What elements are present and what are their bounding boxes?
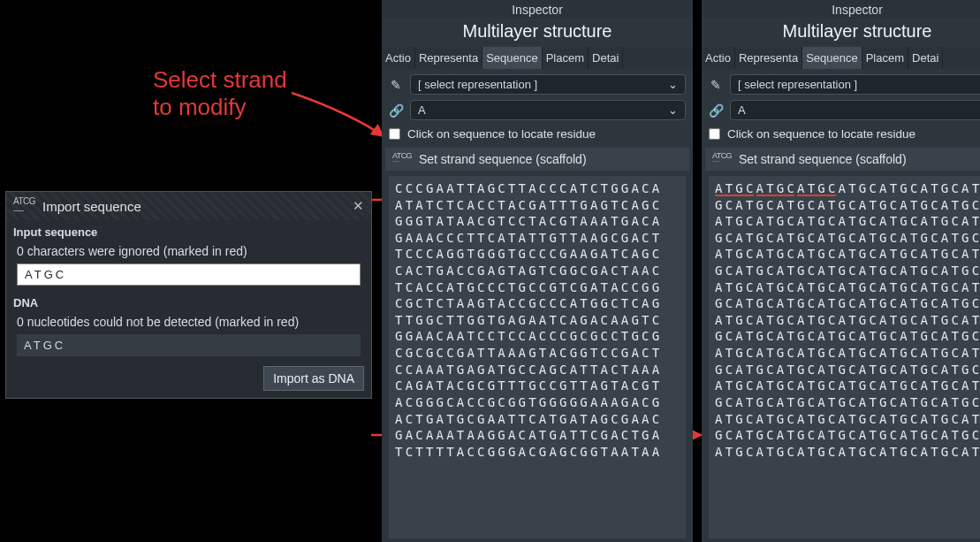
import-as-dna-button[interactable]: Import as DNA xyxy=(263,366,364,391)
undetected-message: 0 nucleotides could not be detected (mar… xyxy=(17,315,361,329)
tab-representation[interactable]: Representa xyxy=(415,47,482,69)
sequence-display[interactable]: ATGCATGCATGCATGCATGCATGCATGCATGCATGCATGC… xyxy=(709,176,980,538)
ignored-message: 0 characters were ignored (marked in red… xyxy=(17,244,361,258)
tab-placement[interactable]: Placem xyxy=(862,47,908,69)
panel-label: Inspector xyxy=(702,0,980,18)
import-sequence-dialog: ATCG╌╌ Import sequence ✕ Input sequence … xyxy=(5,191,372,399)
panel-heading: Multilayer structure xyxy=(382,18,693,47)
atcg-icon: ATCG╌╌ xyxy=(712,153,732,165)
dna-validated-output: ATGC xyxy=(17,334,361,356)
brush-icon: ✎ xyxy=(389,78,403,92)
dialog-title: Import sequence xyxy=(42,199,141,214)
tab-representation[interactable]: Representa xyxy=(735,47,802,69)
locate-residue-toggle[interactable]: Click on sequence to locate residue xyxy=(382,120,693,146)
panel-heading: Multilayer structure xyxy=(702,18,980,47)
atcg-icon: ATCG╌╌ xyxy=(13,196,35,216)
representation-select[interactable]: [ select representation ] ⌄ xyxy=(410,74,686,95)
chevron-down-icon: ⌄ xyxy=(668,103,678,117)
tab-sequence[interactable]: Sequence xyxy=(482,47,543,69)
chain-select[interactable]: A ⌄ xyxy=(730,100,980,120)
locate-residue-checkbox[interactable] xyxy=(709,128,720,140)
brush-icon: ✎ xyxy=(709,78,723,92)
set-strand-sequence-button[interactable]: ATCG╌╌ Set strand sequence (scaffold) xyxy=(705,148,980,171)
representation-select[interactable]: [ select representation ] ⌄ xyxy=(730,74,980,95)
annotation-text: Select strand to modify xyxy=(153,66,287,121)
tab-sequence[interactable]: Sequence xyxy=(802,47,862,69)
tab-actions[interactable]: Actio xyxy=(702,47,735,69)
tab-actions[interactable]: Actio xyxy=(382,47,415,69)
tab-details[interactable]: Detai xyxy=(908,47,943,69)
link-icon: 🔗 xyxy=(389,103,403,118)
inspector-panel-source: Inspector Multilayer structure Actio Rep… xyxy=(382,0,693,542)
inspector-panel-result: Inspector Multilayer structure Actio Rep… xyxy=(702,0,980,542)
tab-bar: Actio Representa Sequence Placem Detai xyxy=(702,47,980,69)
chain-select[interactable]: A ⌄ xyxy=(410,100,686,120)
dialog-header: ATCG╌╌ Import sequence ✕ xyxy=(6,192,371,220)
sequence-display[interactable]: CCCGAATTAGCTTACCCATCTGGACA ATATCTCACCTAC… xyxy=(389,176,686,538)
section-label-dna: DNA xyxy=(6,291,371,311)
locate-residue-checkbox[interactable] xyxy=(389,128,400,140)
atcg-icon: ATCG╌╌ xyxy=(392,153,412,165)
locate-residue-toggle[interactable]: Click on sequence to locate residue xyxy=(702,120,980,146)
tab-placement[interactable]: Placem xyxy=(543,47,589,69)
sequence-input[interactable] xyxy=(17,263,361,286)
tab-details[interactable]: Detai xyxy=(589,47,623,69)
tab-bar: Actio Representa Sequence Placem Detai xyxy=(382,47,693,69)
link-icon: 🔗 xyxy=(709,103,723,118)
panel-label: Inspector xyxy=(382,0,693,18)
section-label-input: Input sequence xyxy=(6,220,371,240)
set-strand-sequence-button[interactable]: ATCG╌╌ Set strand sequence (scaffold) xyxy=(385,148,689,171)
close-icon[interactable]: ✕ xyxy=(353,198,364,214)
arrow-to-select xyxy=(287,88,393,150)
chevron-down-icon: ⌄ xyxy=(668,78,678,91)
